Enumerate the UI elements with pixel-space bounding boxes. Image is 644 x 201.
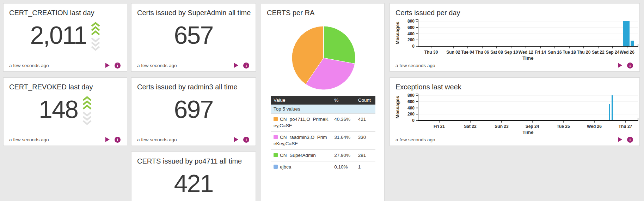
y-axis xyxy=(416,20,418,46)
y-axis-label: Messages xyxy=(395,96,400,119)
metric-value: 421 xyxy=(174,171,213,196)
x-tick-label: Thu 27 xyxy=(619,124,632,129)
metric-card-cert-revoked: CERT_REVOKED last day 148 a few seconds … xyxy=(3,77,127,146)
trend-indicator xyxy=(82,95,92,126)
play-icon[interactable] xyxy=(105,137,110,142)
metric-card-certs-po4711: CERTS issued by po4711 all time 421 xyxy=(131,152,256,201)
play-icon[interactable] xyxy=(234,63,238,68)
play-icon[interactable] xyxy=(618,137,622,142)
footer-icons: i xyxy=(105,137,121,143)
x-tick-label: Sun 02 xyxy=(446,50,460,55)
x-tick-label: Wed 26 xyxy=(620,50,634,55)
x-tick-label: Sep 24 xyxy=(526,124,539,129)
metric-value: 657 xyxy=(174,23,213,48)
info-icon[interactable]: i xyxy=(243,137,249,143)
x-tick-label: Sun 23 xyxy=(495,124,509,129)
row-label: CN=raadmin3,O=PrimeKey,C=SE xyxy=(274,135,327,146)
trend-up-icon xyxy=(83,97,91,109)
bar xyxy=(631,41,634,46)
x-tick-label: Thu 30 xyxy=(424,50,438,55)
y-axis-label: Messages xyxy=(395,22,400,45)
bar xyxy=(623,21,630,46)
y-tick-label: 0 xyxy=(412,44,415,49)
last-updated: a few seconds ago xyxy=(395,137,435,142)
x-tick-label: Thu 06 xyxy=(476,50,489,55)
play-icon[interactable] xyxy=(105,63,110,68)
bar-chart-certs-per-day: 0200400600800Thu 30Sun 02Tue 04Thu 06Sat… xyxy=(390,4,639,71)
x-tick-label: Fri 21 xyxy=(434,124,445,129)
chart-card-certs-per-day: Certs issued per day 0200400600800Thu 30… xyxy=(390,3,640,72)
row-count: 1 xyxy=(355,161,375,173)
metric-value: 2,011 xyxy=(30,23,87,48)
table-row: CN=po4711,O=PrimeKey,C=SE 40.36% 421 xyxy=(271,114,375,132)
info-icon[interactable]: i xyxy=(115,63,121,69)
row-pct: 40.36% xyxy=(331,114,355,132)
col-header-value: Value xyxy=(271,96,331,105)
x-axis xyxy=(418,118,638,120)
trend-down-icon xyxy=(83,112,91,124)
card-footer: a few seconds ago i xyxy=(395,136,633,143)
series-swatch xyxy=(274,165,278,169)
card-title: Certs issued by radmin3 all time xyxy=(137,83,238,91)
row-pct: 0.10% xyxy=(331,161,355,173)
series-swatch xyxy=(274,135,278,139)
metric-value: 148 xyxy=(39,97,78,122)
y-tick-label: 600 xyxy=(407,99,415,104)
last-updated: a few seconds ago xyxy=(9,137,49,142)
footer-icons: i xyxy=(234,137,249,143)
table-row: CN=raadmin3,O=PrimeKey,C=SE 31.64% 330 xyxy=(271,132,375,150)
metric-card-cert-creation: CERT_CREATION last day 2,011 a few secon… xyxy=(3,3,127,72)
pie-chart xyxy=(288,23,359,93)
x-tick-label: Tue 18 xyxy=(563,50,576,55)
x-axis xyxy=(418,44,638,46)
x-tick-label: Sep 10 xyxy=(504,50,518,55)
bar xyxy=(609,104,610,120)
x-tick-label: Wed 12 xyxy=(519,50,533,55)
col-header-pct: % xyxy=(331,96,355,105)
metric-value-row: 657 xyxy=(131,23,256,48)
info-icon[interactable]: i xyxy=(627,137,633,143)
footer-icons: i xyxy=(618,63,633,69)
y-tick-label: 0 xyxy=(412,118,415,123)
x-tick-label: Fri 14 xyxy=(535,50,546,55)
chart-card-exceptions: Exceptions last week 0200400600800Fri 21… xyxy=(390,77,640,146)
x-tick-label: Sun 16 xyxy=(548,50,562,55)
col-header-count: Count xyxy=(355,96,375,105)
pie-slice xyxy=(324,26,355,64)
y-tick-label: 800 xyxy=(407,93,415,98)
x-tick-label: Wed 26 xyxy=(587,124,602,129)
y-tick-label: 600 xyxy=(407,25,415,30)
last-updated: a few seconds ago xyxy=(395,63,435,68)
y-tick-label: 800 xyxy=(407,19,415,24)
info-icon[interactable]: i xyxy=(243,63,249,69)
pie-slice xyxy=(323,26,324,58)
x-tick-label: Sat 22 xyxy=(592,50,605,55)
y-tick-label: 400 xyxy=(407,31,415,36)
x-axis-label: Time xyxy=(522,55,534,61)
row-label: CN=po4711,O=PrimeKey,C=SE xyxy=(274,117,329,128)
metric-card-certs-radmin3: Certs issued by radmin3 all time 697 a f… xyxy=(131,77,256,146)
info-icon[interactable]: i xyxy=(115,137,121,143)
row-count: 330 xyxy=(355,132,375,150)
x-tick-label: Sat 22 xyxy=(464,124,477,129)
play-icon[interactable] xyxy=(618,63,622,68)
row-count: 291 xyxy=(355,150,375,161)
metric-value-row: 148 xyxy=(4,97,127,122)
card-footer: a few seconds ago i xyxy=(137,136,249,143)
group-label: Top 5 values xyxy=(271,105,375,114)
last-updated: a few seconds ago xyxy=(137,137,177,142)
last-updated: a few seconds ago xyxy=(9,63,49,68)
row-label: ejbca xyxy=(280,164,291,170)
x-tick-label: Thu 20 xyxy=(577,50,591,55)
x-axis-label: Time xyxy=(522,130,534,135)
table-group-row: Top 5 values xyxy=(271,105,375,114)
play-icon[interactable] xyxy=(234,137,238,142)
row-count: 421 xyxy=(355,114,375,132)
pie-card-certs-per-ra: CERTS per RA Value % Count Top 5 values … xyxy=(261,3,385,201)
info-icon[interactable]: i xyxy=(627,63,633,69)
series-swatch xyxy=(274,153,278,157)
footer-icons: i xyxy=(234,63,249,69)
row-pct: 27.90% xyxy=(331,150,355,161)
y-tick-label: 400 xyxy=(407,106,415,111)
card-title: CERTS issued by po4711 all time xyxy=(137,157,242,165)
